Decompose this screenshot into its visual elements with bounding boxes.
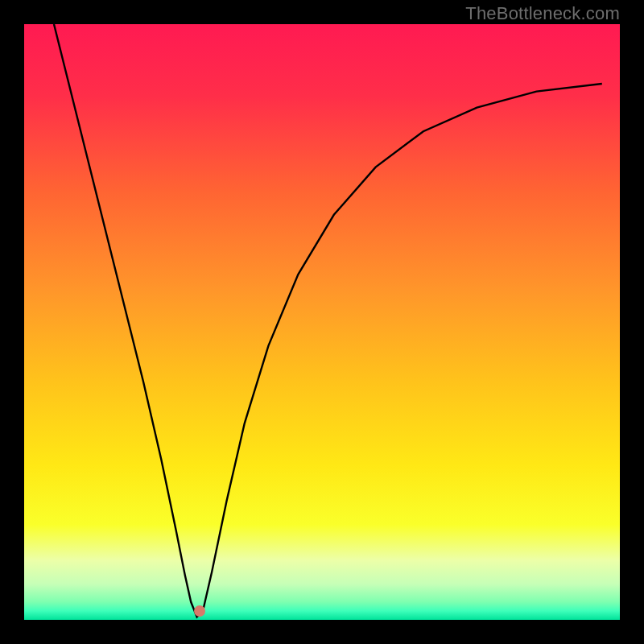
optimal-point-marker (194, 605, 205, 617)
bottleneck-curve (24, 24, 620, 620)
chart-frame: TheBottleneck.com (0, 0, 644, 644)
plot-area (24, 24, 620, 620)
attribution-label: TheBottleneck.com (465, 3, 620, 24)
